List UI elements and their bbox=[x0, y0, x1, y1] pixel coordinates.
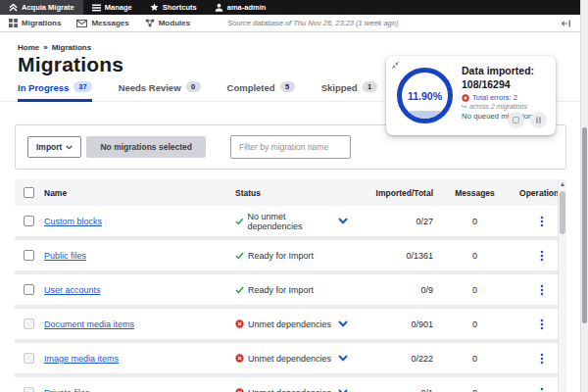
admin-item-label: Shortcuts bbox=[163, 3, 197, 12]
imported-total-value: 0/1361 bbox=[360, 251, 433, 261]
error-icon bbox=[462, 94, 469, 102]
window-scrollbar-thumb[interactable] bbox=[582, 127, 587, 323]
window-scrollbar[interactable] bbox=[580, 0, 588, 392]
user-icon bbox=[215, 3, 223, 12]
stop-button[interactable] bbox=[508, 112, 524, 128]
card-buttons bbox=[508, 112, 547, 128]
across-migrations-label: across 2 migrations bbox=[469, 103, 527, 110]
expand-status-button[interactable] bbox=[338, 218, 360, 224]
check-icon bbox=[235, 218, 244, 225]
toolbar-item-modules[interactable]: Modules bbox=[145, 19, 190, 27]
check-icon bbox=[235, 252, 244, 260]
toolbar-collapse-button[interactable] bbox=[562, 20, 571, 27]
selection-count-button[interactable]: No migrations selected bbox=[86, 136, 206, 158]
row-checkbox bbox=[24, 387, 34, 392]
acquia-migrate-app: Acquia Migrate Manage Shortcuts ama-admi… bbox=[0, 0, 588, 392]
table-row-user-accounts: User accountsReady for Import0/90 bbox=[15, 274, 566, 305]
expand-status-button[interactable] bbox=[338, 320, 360, 327]
row-checkbox[interactable] bbox=[24, 284, 34, 295]
toolbar-item-label: Migrations bbox=[22, 19, 61, 27]
stop-icon bbox=[513, 117, 519, 123]
tab-completed[interactable]: Completed5 bbox=[227, 82, 295, 102]
secondary-toolbar: Migrations Messages Modules Source datab… bbox=[0, 15, 580, 32]
migration-filter-input[interactable] bbox=[230, 135, 351, 159]
expand-chevron-icon bbox=[338, 320, 348, 327]
admin-item-shortcuts[interactable]: Shortcuts bbox=[141, 0, 206, 15]
star-icon bbox=[150, 3, 159, 12]
data-imported-value: 108/16294 bbox=[462, 78, 550, 92]
admin-item-label: ama-admin bbox=[227, 3, 267, 12]
modules-icon bbox=[145, 19, 155, 27]
card-collapse-button[interactable] bbox=[391, 61, 400, 70]
expand-status-button[interactable] bbox=[338, 355, 360, 362]
hamburger-icon bbox=[92, 4, 101, 12]
status-label: No unmet dependencies bbox=[248, 212, 338, 231]
table-row-private-files: Private filesUnmet dependencies0/10 bbox=[15, 377, 566, 392]
tab-in-progress[interactable]: In Progress37 bbox=[18, 82, 92, 102]
toolbar-item-label: Modules bbox=[159, 19, 190, 27]
collapse-left-icon bbox=[562, 20, 571, 27]
import-summary-card: 11.90% Data imported: 108/16294 Total er… bbox=[386, 56, 556, 135]
tab-needs-review[interactable]: Needs Review0 bbox=[119, 82, 201, 102]
kebab-menu-icon bbox=[540, 318, 544, 330]
import-dropdown-button[interactable]: Import bbox=[27, 136, 81, 158]
kebab-menu-icon bbox=[540, 353, 544, 365]
messages-count: 0 bbox=[433, 354, 516, 364]
migration-link[interactable]: User accounts bbox=[44, 285, 101, 295]
header-name: Name bbox=[44, 188, 235, 198]
table-scrollbar[interactable] bbox=[558, 179, 566, 392]
select-all-checkbox[interactable] bbox=[24, 187, 34, 198]
tab-label: Needs Review bbox=[119, 82, 181, 93]
pause-icon bbox=[536, 117, 542, 123]
collapse-diagonal-icon bbox=[391, 61, 400, 70]
row-checkbox[interactable] bbox=[24, 250, 34, 261]
chevron-down-icon bbox=[66, 145, 73, 150]
imported-total-value: 0/901 bbox=[360, 319, 433, 329]
admin-item-manage[interactable]: Manage bbox=[83, 0, 141, 15]
toolbar-item-migrations[interactable]: Migrations bbox=[9, 19, 61, 27]
imported-total-value: 0/9 bbox=[360, 285, 433, 295]
table-row-document-media-items: Document media itemsUnmet dependencies0/… bbox=[15, 309, 566, 339]
data-imported-label: Data imported: bbox=[462, 65, 550, 78]
row-checkbox bbox=[24, 353, 34, 364]
breadcrumb: Home » Migrations bbox=[18, 43, 91, 52]
total-errors-link[interactable]: Total errors: 2 bbox=[462, 93, 550, 102]
expand-chevron-icon bbox=[338, 355, 348, 362]
table-scrollbar-thumb[interactable] bbox=[560, 191, 565, 234]
tab-skipped[interactable]: Skipped1 bbox=[321, 82, 377, 102]
toolbar-item-messages[interactable]: Messages bbox=[76, 19, 128, 27]
total-errors-label: Total errors: 2 bbox=[472, 93, 517, 102]
error-icon bbox=[235, 319, 244, 328]
migration-link[interactable]: Private files bbox=[44, 388, 90, 392]
brand-acquia-migrate[interactable]: Acquia Migrate bbox=[0, 0, 83, 15]
header-status: Status bbox=[235, 188, 360, 198]
status-label: Unmet dependencies bbox=[248, 319, 331, 329]
status-label: Ready for Import bbox=[248, 285, 314, 295]
progress-donut-inner: 11.90% bbox=[402, 73, 448, 119]
return-arrow-icon bbox=[462, 104, 467, 110]
migration-link[interactable]: Custom blocks bbox=[44, 217, 102, 226]
admin-item-label: Manage bbox=[105, 3, 132, 12]
admin-item-user[interactable]: ama-admin bbox=[206, 0, 275, 15]
breadcrumb-home-link[interactable]: Home bbox=[18, 43, 39, 52]
tab-label: In Progress bbox=[18, 82, 69, 93]
toolbar-item-label: Messages bbox=[91, 19, 128, 27]
table-header-row: Name Status Imported/Total Messages Oper… bbox=[15, 179, 566, 206]
migration-link[interactable]: Document media items bbox=[44, 319, 134, 329]
migration-link[interactable]: Public files bbox=[44, 251, 86, 261]
messages-count: 0 bbox=[433, 285, 516, 295]
check-icon bbox=[235, 286, 244, 294]
status-label: Unmet dependencies bbox=[248, 388, 331, 392]
migration-link[interactable]: Image media items bbox=[44, 354, 119, 364]
breadcrumb-separator: » bbox=[43, 43, 47, 52]
imported-total-value: 0/222 bbox=[360, 354, 433, 364]
envelope-icon bbox=[76, 20, 87, 27]
brand-label: Acquia Migrate bbox=[22, 3, 74, 12]
pause-button[interactable] bbox=[530, 112, 547, 128]
tab-count-badge: 37 bbox=[74, 81, 91, 92]
kebab-menu-icon bbox=[540, 216, 544, 227]
kebab-menu-icon bbox=[540, 284, 544, 296]
row-checkbox[interactable] bbox=[24, 216, 34, 226]
scroll-up-arrow-icon[interactable] bbox=[561, 182, 564, 186]
source-database-note: Source database of Thu Nov 26, 23:23 (1 … bbox=[227, 19, 398, 27]
